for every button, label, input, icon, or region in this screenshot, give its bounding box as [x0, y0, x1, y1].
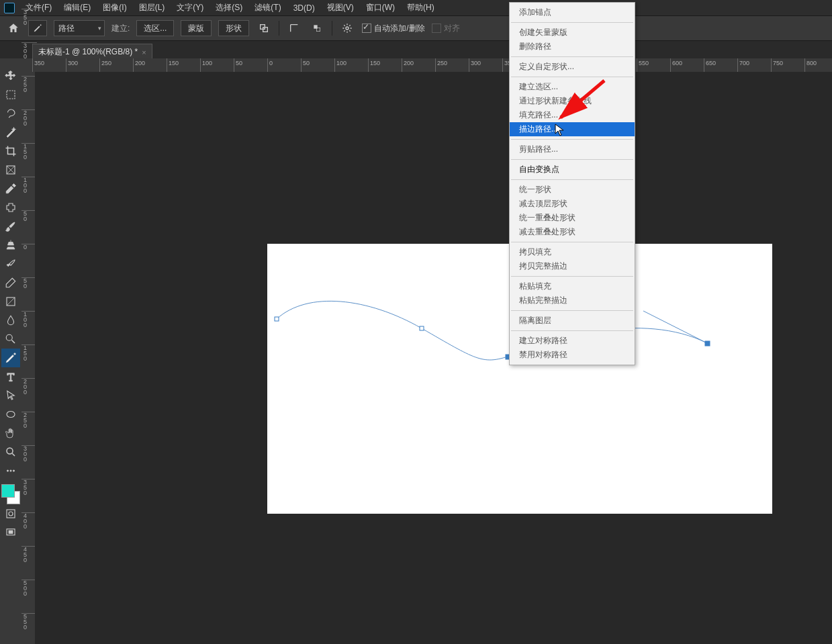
tool-palette: [0, 58, 22, 644]
menu-image[interactable]: 图像(I): [97, 0, 132, 15]
gear-icon[interactable]: [339, 20, 355, 36]
menu-edit[interactable]: 编辑(E): [58, 0, 96, 15]
svg-point-8: [6, 334, 12, 340]
context-menu-item: 剪贴路径...: [510, 142, 635, 156]
svg-point-9: [7, 412, 15, 418]
clone-stamp-tool[interactable]: [1, 236, 20, 255]
context-menu-item[interactable]: 描边路径...: [510, 122, 635, 136]
context-menu-item: 添加锚点: [510, 5, 635, 19]
path-selection-tool[interactable]: [1, 386, 20, 405]
context-menu-item: 填充路径...: [510, 108, 635, 122]
svg-point-10: [7, 448, 13, 454]
blur-tool[interactable]: [1, 311, 20, 330]
close-tab-icon[interactable]: ×: [142, 48, 146, 56]
spot-heal-tool[interactable]: [1, 198, 20, 217]
home-button[interactable]: [5, 20, 21, 36]
app-logo-icon: [4, 3, 15, 13]
menu-type[interactable]: 文字(Y): [171, 0, 209, 15]
svg-rect-17: [9, 531, 13, 534]
menu-bar: 文件(F) 编辑(E) 图像(I) 图层(L) 文字(Y) 选择(S) 滤镜(T…: [0, 0, 832, 15]
document-tab-bar: 未标题-1 @ 100%(RGB/8) * ×: [0, 41, 832, 60]
svg-point-15: [9, 512, 13, 516]
magic-wand-tool[interactable]: [1, 123, 20, 142]
context-menu: 添加锚点创建矢量蒙版删除路径定义自定形状...建立选区...通过形状新建参考线填…: [509, 2, 635, 365]
context-menu-item: 减去顶层形状: [510, 197, 635, 211]
context-menu-item: 统一重叠处形状: [510, 211, 635, 225]
zoom-tool[interactable]: [1, 443, 20, 461]
menu-select[interactable]: 选择(S): [210, 0, 248, 15]
context-menu-item: 定义自定形状...: [510, 60, 635, 74]
make-mask-button[interactable]: 蒙版: [181, 20, 212, 36]
context-menu-item: 减去重叠处形状: [510, 225, 635, 239]
context-menu-item: 粘贴填充: [510, 279, 635, 293]
type-tool[interactable]: [1, 367, 20, 386]
shape-tool[interactable]: [1, 405, 20, 424]
foreground-color-swatch[interactable]: [1, 484, 15, 498]
make-selection-button[interactable]: 选区...: [136, 20, 174, 36]
eyedropper-tool[interactable]: [1, 179, 20, 198]
context-menu-item: 通过形状新建参考线: [510, 94, 635, 108]
options-bar: 路径 建立: 选区... 蒙版 形状 自动添加/删除 对齐: [0, 15, 832, 41]
color-swatches[interactable]: [1, 484, 20, 504]
separator: [332, 21, 332, 36]
document-tab-title: 未标题-1 @ 100%(RGB/8) *: [38, 46, 138, 58]
svg-point-4: [346, 27, 349, 30]
vertical-ruler[interactable]: 5505004504003503002502001501005005010015…: [21, 72, 36, 644]
menu-help[interactable]: 帮助(H): [402, 0, 440, 15]
auto-add-checkbox[interactable]: 自动添加/删除: [362, 23, 424, 34]
context-menu-item: 建立对称路径: [510, 334, 635, 348]
path-arrange-icon[interactable]: [309, 20, 325, 36]
svg-rect-14: [7, 510, 15, 518]
path-align-icon[interactable]: [286, 20, 302, 36]
menu-3d[interactable]: 3D(D): [288, 1, 320, 15]
menu-window[interactable]: 窗口(W): [361, 0, 400, 15]
history-brush-tool[interactable]: [1, 255, 20, 273]
horizontal-ruler[interactable]: 3503002502001501005005010015020025030035…: [21, 58, 832, 73]
context-menu-item: 禁用对称路径: [510, 348, 635, 362]
context-menu-item: 拷贝完整描边: [510, 259, 635, 273]
context-menu-item: 粘贴完整描边: [510, 293, 635, 308]
screen-mode-icon[interactable]: [1, 523, 20, 542]
menu-filter[interactable]: 滤镜(T): [249, 0, 286, 15]
pen-tool[interactable]: [1, 349, 20, 367]
svg-rect-19: [275, 317, 279, 321]
eraser-tool[interactable]: [1, 273, 20, 292]
marquee-tool[interactable]: [1, 85, 20, 104]
canvas-area[interactable]: [35, 72, 832, 644]
context-menu-item[interactable]: 自由变换点: [510, 163, 635, 177]
make-shape-button[interactable]: 形状: [218, 20, 249, 36]
move-tool[interactable]: [1, 66, 20, 85]
dodge-tool[interactable]: [1, 330, 20, 349]
svg-rect-2: [314, 25, 318, 28]
edit-toolbar-icon[interactable]: [1, 461, 20, 480]
hand-tool[interactable]: [1, 424, 20, 443]
lasso-tool[interactable]: [1, 104, 20, 123]
context-menu-item: 删除路径: [510, 40, 635, 54]
gradient-tool[interactable]: [1, 292, 20, 311]
svg-rect-22: [705, 341, 710, 346]
brush-tool[interactable]: [1, 217, 20, 236]
context-menu-item: 创建矢量蒙版: [510, 26, 635, 40]
build-label: 建立:: [111, 23, 130, 34]
svg-line-18: [643, 311, 707, 343]
document-tab[interactable]: 未标题-1 @ 100%(RGB/8) * ×: [32, 44, 152, 60]
svg-point-13: [13, 470, 14, 471]
path-ops-icon[interactable]: [256, 20, 272, 36]
tool-mode-select[interactable]: 路径: [54, 20, 105, 36]
align-edges-checkbox[interactable]: 对齐: [432, 23, 460, 34]
svg-point-11: [7, 470, 8, 471]
context-menu-item: 拷贝填充: [510, 245, 635, 259]
context-menu-item: 建立选区...: [510, 80, 635, 94]
menu-layer[interactable]: 图层(L): [134, 0, 171, 15]
context-menu-item: 统一形状: [510, 183, 635, 197]
svg-point-12: [10, 470, 11, 471]
tool-mode-label: 路径: [58, 23, 75, 34]
svg-rect-20: [420, 326, 424, 330]
menu-view[interactable]: 视图(V): [322, 0, 359, 15]
frame-tool[interactable]: [1, 160, 20, 179]
svg-rect-5: [7, 91, 15, 99]
crop-tool[interactable]: [1, 142, 20, 160]
quick-mask-icon[interactable]: [1, 504, 20, 523]
separator: [279, 21, 279, 36]
context-menu-item: 隔离图层: [510, 314, 635, 328]
